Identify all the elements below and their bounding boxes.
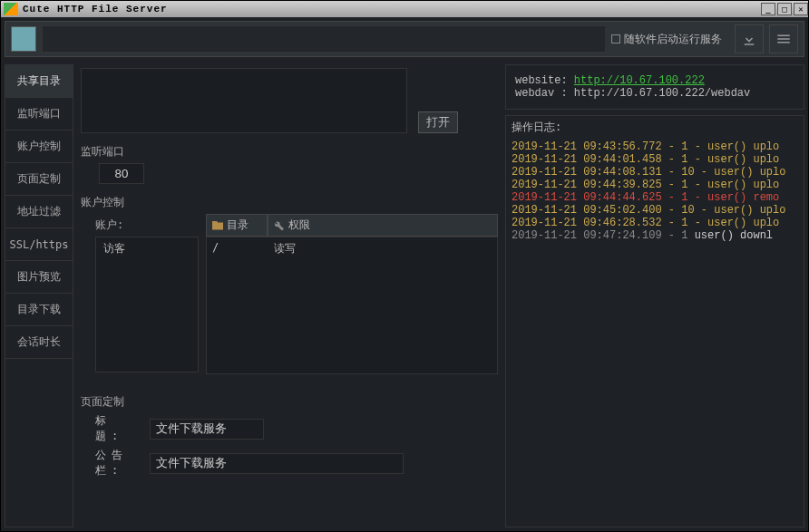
log-line: 2019-11-21 09:45:02.400 - 10 - user() up… xyxy=(508,204,802,217)
sidebar: 共享目录监听端口账户控制页面定制地址过滤SSL/https图片预览目录下载会话时… xyxy=(5,64,73,527)
account-item[interactable]: 访客 xyxy=(96,237,198,260)
autostart-label: 随软件启动运行服务 xyxy=(624,32,722,47)
address-bar[interactable] xyxy=(42,25,606,53)
account-control-label: 账户控制 xyxy=(81,195,498,210)
account-list[interactable]: 访客 xyxy=(95,237,199,372)
perm-row[interactable]: / 读写 xyxy=(207,237,497,260)
pc-title-label: 标 题: xyxy=(95,413,141,444)
log-line: 2019-11-21 09:43:56.772 - 1 - user() upl… xyxy=(508,140,802,153)
webdav-label: webdav : xyxy=(515,87,574,100)
right-panel: website: http://10.67.100.222 webdav : h… xyxy=(505,64,804,527)
wrench-icon xyxy=(274,220,285,231)
folder-icon xyxy=(212,221,223,230)
log-line: 2019-11-21 09:47:24.109 - 1 user() downl xyxy=(508,229,802,242)
sidebar-item-0[interactable]: 共享目录 xyxy=(5,65,73,98)
log-box: 操作日志: 2019-11-21 09:43:56.772 - 1 - user… xyxy=(505,115,804,527)
log-line: 2019-11-21 09:44:39.825 - 1 - user() upl… xyxy=(508,179,802,191)
account-list-label: 账户: xyxy=(95,218,199,233)
titlebar: Cute HTTP File Server _ □ ✕ xyxy=(1,1,808,17)
pc-notice-input[interactable] xyxy=(150,453,404,474)
port-input[interactable] xyxy=(99,163,144,184)
open-button[interactable]: 打开 xyxy=(418,111,458,133)
log-line: 2019-11-21 09:46:28.532 - 1 - user() upl… xyxy=(508,217,802,229)
perm-body[interactable]: / 读写 xyxy=(206,237,498,374)
menu-button[interactable] xyxy=(769,24,798,53)
sidebar-item-4[interactable]: 地址过滤 xyxy=(5,196,73,228)
main-panel: 打开 监听端口 账户控制 账户: 访客 xyxy=(77,64,502,527)
pc-title-input[interactable] xyxy=(150,419,264,440)
download-button[interactable] xyxy=(735,24,764,53)
autostart-checkbox[interactable]: 随软件启动运行服务 xyxy=(611,32,722,47)
perm-dir: / xyxy=(207,237,268,260)
window-title: Cute HTTP File Server xyxy=(21,4,759,15)
website-label: website: xyxy=(515,74,574,87)
sidebar-item-3[interactable]: 页面定制 xyxy=(5,163,73,196)
perm-value: 读写 xyxy=(268,237,497,260)
log-line: 2019-11-21 09:44:44.625 - 1 - user() rem… xyxy=(508,191,802,204)
share-dir-box[interactable] xyxy=(81,68,407,133)
perm-header-perm[interactable]: 权限 xyxy=(268,214,498,237)
sidebar-item-8[interactable]: 会话时长 xyxy=(5,326,73,359)
sidebar-item-6[interactable]: 图片预览 xyxy=(5,261,73,294)
perm-header-dir[interactable]: 目录 xyxy=(206,214,268,237)
minimize-button[interactable]: _ xyxy=(761,3,775,15)
sidebar-item-5[interactable]: SSL/https xyxy=(5,228,73,261)
log-title: 操作日志: xyxy=(512,120,798,135)
webdav-url: http://10.67.100.222/webdav xyxy=(574,87,750,100)
website-link[interactable]: http://10.67.100.222 xyxy=(574,74,705,87)
perm-header: 目录 权限 xyxy=(206,214,498,237)
toolbar: 随软件启动运行服务 xyxy=(5,21,804,57)
page-custom-label: 页面定制 xyxy=(81,394,498,410)
sidebar-item-7[interactable]: 目录下载 xyxy=(5,294,73,326)
start-button[interactable] xyxy=(11,26,36,52)
log-line: 2019-11-21 09:44:08.131 - 10 - user() up… xyxy=(508,166,802,179)
app-icon xyxy=(4,3,18,15)
sidebar-item-2[interactable]: 账户控制 xyxy=(5,131,73,163)
maximize-button[interactable]: □ xyxy=(777,3,792,15)
sidebar-item-1[interactable]: 监听端口 xyxy=(5,98,73,131)
log-line: 2019-11-21 09:44:01.458 - 1 - user() upl… xyxy=(508,153,802,166)
close-button[interactable]: ✕ xyxy=(794,3,808,15)
listen-port-label: 监听端口 xyxy=(81,144,498,160)
info-box: website: http://10.67.100.222 webdav : h… xyxy=(505,64,804,110)
pc-notice-label: 公告栏: xyxy=(95,448,141,479)
checkbox-icon xyxy=(611,34,620,44)
